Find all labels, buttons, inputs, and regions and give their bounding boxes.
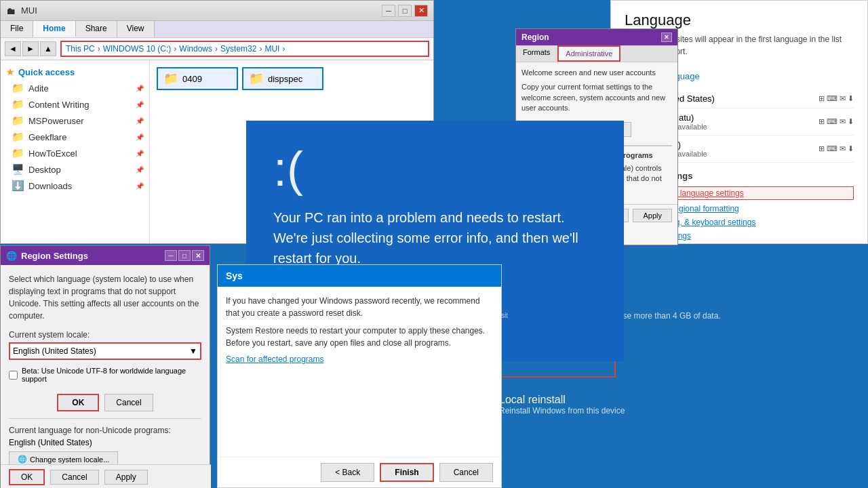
pin-icon: 📌 bbox=[136, 134, 144, 141]
breadcrumb-system32[interactable]: System32 bbox=[220, 44, 256, 54]
tab-administrative[interactable]: Administrative bbox=[557, 45, 620, 62]
sidebar-item-content-writing[interactable]: 📁 Content Writing 📌 bbox=[1, 96, 149, 113]
file-explorer-icons: 🖿 bbox=[6, 5, 16, 16]
pin-icon: 📌 bbox=[136, 166, 144, 174]
pin-icon: 📌 bbox=[136, 101, 144, 108]
folder-icon: 📁 bbox=[249, 71, 264, 86]
welcome-text: Welcome screen and new user accounts bbox=[521, 68, 672, 78]
tab-home[interactable]: Home bbox=[33, 21, 75, 37]
tab-formats[interactable]: Formats bbox=[516, 45, 557, 62]
up-button[interactable]: ▲ bbox=[40, 41, 56, 56]
breadcrumb-thispc[interactable]: This PC bbox=[66, 44, 95, 54]
dialog-controls: ─ □ ✕ bbox=[165, 250, 204, 261]
finish-button[interactable]: Finish bbox=[380, 463, 433, 482]
recovery-dialog-actions: < Back Finish Cancel bbox=[218, 457, 501, 487]
ribbon: File Home Share View bbox=[1, 21, 433, 38]
folder-icon: 📁 bbox=[12, 82, 24, 94]
non-unicode-section: Current language for non-Unicode program… bbox=[9, 418, 201, 467]
pin-icon: 📌 bbox=[136, 117, 144, 125]
region-settings-dialog: 🌐 Region Settings ─ □ ✕ Select which lan… bbox=[0, 245, 210, 488]
recovery-dialog-titlebar: Sys bbox=[218, 265, 501, 287]
dialog-ok-cancel: OK Cancel bbox=[9, 394, 201, 411]
dialog-minimize[interactable]: ─ bbox=[165, 250, 177, 261]
dropdown-chevron-icon: ▼ bbox=[189, 346, 197, 356]
region-popup-tabs: Formats Administrative bbox=[516, 45, 677, 62]
breadcrumb-mui[interactable]: MUI bbox=[264, 44, 279, 54]
pin-icon: 📌 bbox=[136, 85, 144, 92]
locale-value: English (United States) bbox=[13, 346, 96, 356]
options-icon: ⊞ ⌨ ✉ ⬇ bbox=[818, 94, 854, 103]
non-unicode-value: English (United States) bbox=[9, 438, 201, 447]
breadcrumb-windows[interactable]: Windows bbox=[179, 44, 212, 54]
star-icon: ★ bbox=[6, 67, 14, 77]
quick-access-header: ★ Quick access bbox=[1, 64, 149, 80]
local-reinstall-option[interactable]: ↺ Local reinstall Reinstall Windows from… bbox=[448, 384, 854, 425]
lang-options-icons: ⊞ ⌨ ✉ ⬇ bbox=[818, 117, 854, 126]
lang-options-icons: ⊞ ⌨ ✉ ⬇ bbox=[818, 94, 854, 103]
dialog-maximize[interactable]: □ bbox=[178, 250, 191, 261]
sidebar-item-mspoweruser[interactable]: 📁 MSPoweruser 📌 bbox=[1, 113, 149, 129]
region-apply-button[interactable]: Apply bbox=[633, 209, 672, 222]
options-icon: ⊞ ⌨ ✉ ⬇ bbox=[818, 144, 854, 153]
locale-select[interactable]: English (United States) ▼ bbox=[9, 342, 201, 360]
forward-button[interactable]: ► bbox=[22, 41, 39, 56]
cancel-button[interactable]: Cancel bbox=[439, 463, 493, 482]
sidebar-item-downloads[interactable]: ⬇️ Downloads 📌 bbox=[1, 178, 149, 194]
back-button[interactable]: ◄ bbox=[5, 41, 21, 56]
nav-buttons: ◄ ► ▲ bbox=[5, 41, 56, 56]
sidebar-item-howtoexcel[interactable]: 📁 HowToExcel 📌 bbox=[1, 145, 149, 161]
bottom-apply-button[interactable]: Apply bbox=[104, 470, 148, 485]
bottom-cancel-button[interactable]: Cancel bbox=[50, 470, 98, 485]
tab-view[interactable]: View bbox=[117, 21, 155, 37]
region-popup-title-text: Region bbox=[521, 33, 549, 42]
sidebar-item-adite[interactable]: 📁 Adite 📌 bbox=[1, 80, 149, 96]
folder-icon: 📁 bbox=[12, 115, 24, 127]
folder-icon: 📁 bbox=[12, 147, 24, 159]
folder-icon: 📁 bbox=[163, 71, 178, 86]
sidebar: ★ Quick access 📁 Adite 📌 📁 Content Writi… bbox=[1, 60, 150, 243]
tab-share[interactable]: Share bbox=[76, 21, 117, 37]
region-settings-titlebar: 🌐 Region Settings ─ □ ✕ bbox=[1, 246, 210, 265]
region-settings-desc: Select which language (system locale) to… bbox=[9, 273, 201, 322]
unicode-checkbox[interactable] bbox=[9, 371, 18, 380]
lang-options-icons: ⊞ ⌨ ✉ ⬇ bbox=[818, 144, 854, 153]
back-button[interactable]: < Back bbox=[321, 463, 374, 482]
folder-icon: 📁 bbox=[12, 131, 24, 143]
bottom-ok-button[interactable]: OK bbox=[9, 469, 45, 485]
dialog-ok-button[interactable]: OK bbox=[57, 394, 99, 411]
scan-link[interactable]: Scan for affected programs bbox=[226, 354, 324, 364]
folder-dispspec[interactable]: 📁 dispspec bbox=[242, 67, 323, 90]
folder-icon: ⬇️ bbox=[12, 180, 24, 192]
language-title: Language bbox=[625, 12, 854, 29]
window-controls: ─ □ ✕ bbox=[382, 5, 428, 17]
region-settings-body: Select which language (system locale) to… bbox=[1, 265, 210, 475]
options-icon: ⊞ ⌨ ✉ ⬇ bbox=[818, 117, 854, 126]
recovery-dialog-body: If you have changed your Windows passwor… bbox=[218, 287, 501, 372]
sidebar-item-geekflare[interactable]: 📁 Geekflare 📌 bbox=[1, 129, 149, 145]
recovery-dialog: Sys If you have changed your Windows pas… bbox=[217, 264, 502, 488]
breadcrumb[interactable]: This PC › WINDOWS 10 (C:) › Windows › Sy… bbox=[60, 41, 429, 57]
ribbon-tabs: File Home Share View bbox=[1, 21, 433, 37]
minimize-button[interactable]: ─ bbox=[382, 5, 395, 17]
password-hint: If you have changed your Windows passwor… bbox=[226, 295, 493, 319]
region-popup-titlebar: Region ✕ bbox=[516, 29, 677, 45]
region-popup-close[interactable]: ✕ bbox=[661, 33, 672, 42]
bsod-message: Your PC ran into a problem and needs to … bbox=[273, 207, 597, 268]
dialog-cancel-button[interactable]: Cancel bbox=[104, 394, 153, 411]
folder-0409[interactable]: 📁 0409 bbox=[157, 67, 238, 90]
unicode-checkbox-row: Beta: Use Unicode UTF-8 for worldwide la… bbox=[9, 367, 201, 383]
file-explorer-titlebar: 🖿 MUI ─ □ ✕ bbox=[1, 1, 433, 21]
locale-label: Current system locale: bbox=[9, 330, 201, 340]
breadcrumb-drive[interactable]: WINDOWS 10 (C:) bbox=[103, 44, 172, 54]
folder-icon: 🖥️ bbox=[12, 163, 24, 176]
dialog-close[interactable]: ✕ bbox=[192, 250, 204, 261]
local-reinstall-label: Local reinstall bbox=[499, 394, 625, 406]
local-reinstall-text: Local reinstall Reinstall Windows from t… bbox=[499, 394, 625, 415]
maximize-button[interactable]: □ bbox=[398, 5, 412, 17]
region-settings-title: Region Settings bbox=[21, 251, 88, 261]
tab-file[interactable]: File bbox=[1, 21, 33, 37]
sidebar-item-desktop[interactable]: 🖥️ Desktop 📌 bbox=[1, 161, 149, 178]
pin-icon: 📌 bbox=[136, 182, 144, 190]
close-button[interactable]: ✕ bbox=[414, 5, 428, 17]
bsod-sad-face: :( bbox=[273, 141, 597, 197]
